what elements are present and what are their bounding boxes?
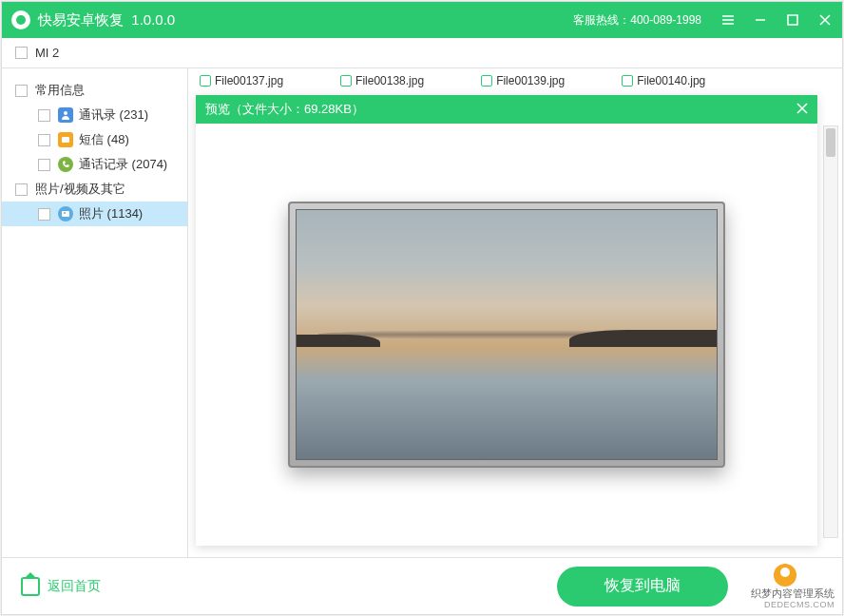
preview-close-button[interactable] — [796, 101, 808, 118]
item-checkbox[interactable] — [38, 109, 50, 122]
contacts-icon — [58, 107, 73, 123]
category-label: 照片/视频及其它 — [35, 181, 125, 198]
footer: 返回首页 恢复到电脑 织梦内容管理系统 DEDECMS.COM — [2, 557, 842, 614]
sidebar-item-contacts[interactable]: 通讯录 (231) — [2, 103, 187, 127]
item-checkbox[interactable] — [38, 208, 50, 221]
file-checkbox[interactable] — [340, 75, 352, 87]
category-checkbox[interactable] — [15, 183, 28, 196]
scrollbar-thumb[interactable] — [826, 128, 835, 157]
svg-rect-0 — [788, 15, 797, 25]
preview-image-frame — [288, 202, 725, 468]
file-checkbox[interactable] — [481, 75, 492, 87]
sidebar-item-photos[interactable]: 照片 (1134) — [2, 202, 187, 226]
item-checkbox[interactable] — [38, 134, 50, 146]
device-name: MI 2 — [35, 46, 59, 60]
phone-icon — [58, 157, 73, 172]
recover-button[interactable]: 恢复到电脑 — [557, 567, 728, 606]
app-title: 快易安卓恢复 1.0.0.0 — [38, 11, 175, 29]
sidebar-item-sms[interactable]: 短信 (48) — [2, 127, 187, 152]
scrollbar[interactable] — [823, 125, 838, 538]
sidebar-item-calllog[interactable]: 通话记录 (2074) — [2, 152, 187, 177]
category-label: 常用信息 — [35, 82, 85, 99]
item-label: 通讯录 (231) — [79, 106, 148, 124]
category-common[interactable]: 常用信息 — [2, 78, 187, 103]
item-label: 短信 (48) — [79, 131, 129, 148]
back-home-button[interactable]: 返回首页 — [21, 577, 101, 596]
file-item[interactable]: File00140.jpg — [622, 74, 705, 87]
file-checkbox[interactable] — [200, 75, 211, 87]
svg-point-4 — [64, 212, 66, 214]
preview-header: 预览（文件大小：69.28KB） — [196, 95, 817, 124]
minimize-button[interactable] — [753, 12, 768, 28]
item-label: 照片 (1134) — [79, 205, 143, 222]
item-checkbox[interactable] — [38, 159, 50, 171]
menu-button[interactable] — [720, 12, 736, 28]
watermark: 织梦内容管理系统 DEDECMS.COM — [751, 587, 834, 610]
photo-icon — [58, 206, 73, 221]
home-icon — [21, 577, 40, 596]
file-name: File00139.jpg — [496, 74, 565, 87]
file-item[interactable]: File00137.jpg — [200, 74, 283, 87]
preview-image — [296, 209, 718, 460]
preview-body — [196, 124, 817, 546]
category-checkbox[interactable] — [15, 85, 28, 97]
app-logo-icon — [11, 10, 30, 29]
preview-title: 预览（文件大小：69.28KB） — [205, 101, 364, 118]
item-label: 通话记录 (2074) — [79, 156, 167, 173]
maximize-button[interactable] — [785, 12, 800, 28]
file-name: File00138.jpg — [355, 74, 424, 87]
svg-point-1 — [64, 111, 67, 115]
device-checkbox[interactable] — [15, 47, 28, 59]
file-name: File00137.jpg — [215, 74, 283, 87]
category-media[interactable]: 照片/视频及其它 — [2, 177, 187, 202]
file-checkbox[interactable] — [622, 75, 633, 87]
svg-rect-3 — [62, 211, 69, 217]
device-bar: MI 2 — [2, 38, 842, 68]
file-item[interactable]: File00139.jpg — [481, 74, 565, 87]
support-icon[interactable] — [774, 564, 796, 587]
back-label: 返回首页 — [48, 578, 101, 595]
file-grid: File00137.jpg File00138.jpg File00139.jp… — [188, 68, 842, 93]
file-item[interactable]: File00138.jpg — [340, 74, 424, 87]
hotline-label: 客服热线：400-089-1998 — [573, 12, 701, 29]
content-area: File00137.jpg File00138.jpg File00139.jp… — [188, 68, 842, 557]
file-name: File00140.jpg — [637, 74, 705, 87]
sms-icon — [58, 132, 73, 147]
close-button[interactable] — [817, 12, 833, 28]
svg-rect-2 — [62, 137, 69, 143]
sidebar: 常用信息 通讯录 (231) 短信 (48) — [2, 68, 188, 557]
titlebar: 快易安卓恢复 1.0.0.0 客服热线：400-089-1998 — [2, 2, 842, 38]
preview-modal: 预览（文件大小：69.28KB） — [196, 95, 817, 546]
